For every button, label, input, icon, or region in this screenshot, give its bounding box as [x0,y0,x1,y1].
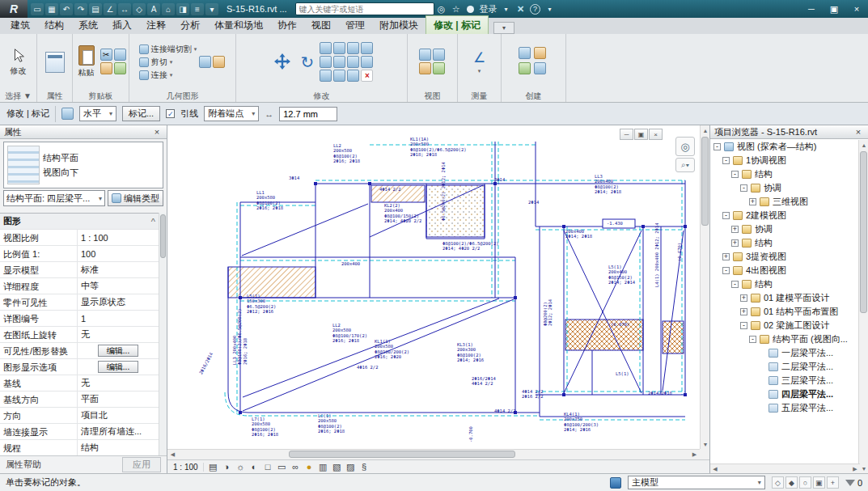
property-value[interactable]: 平面 [78,392,159,407]
cope-icon[interactable] [199,56,211,68]
split-icon[interactable] [320,56,332,68]
scroll-down-icon[interactable]: ▼ [859,463,868,473]
mirror-icon[interactable] [347,42,359,54]
tree-item[interactable]: 一层梁平法... [710,346,860,360]
property-value[interactable]: 1 : 100 [78,230,159,245]
geometry-panel-label[interactable]: 几何图形 [129,90,235,102]
aligned-dimension-icon[interactable]: ↔ [118,3,131,15]
clipboard-panel-label[interactable]: 剪贴板 [73,90,129,102]
ribbon-tab[interactable]: 协作 [270,16,304,34]
override-graphics-icon[interactable] [419,62,431,74]
tree-expander[interactable]: - [722,212,730,219]
geometry-item[interactable]: 连接▾ [139,70,197,81]
save-icon[interactable]: ▦ [45,3,58,15]
scrollbar-thumb[interactable] [160,214,166,258]
tree-expander[interactable]: + [749,198,756,205]
align-icon[interactable] [320,42,332,54]
property-row[interactable]: 详细程度中等 [0,278,159,294]
close-icon[interactable]: × [853,127,864,137]
paint-icon[interactable] [347,70,359,82]
tree-expander[interactable]: - [731,281,739,288]
linework-icon[interactable] [433,62,445,74]
drawing-vertical-scrollbar[interactable]: ▲ ▼ [700,125,709,449]
tree-item[interactable]: -2建模视图 [710,209,860,222]
login-button[interactable]: 登录 [480,3,498,15]
geometry-item[interactable]: 连接端切割▾ [139,44,197,55]
tree-item[interactable]: -协调 [710,181,860,195]
open-icon[interactable]: ▭ [31,3,44,15]
search-icon[interactable]: ◎ [434,2,449,15]
property-value[interactable]: 清理所有墙连... [78,424,159,439]
sign-in-avatar-icon[interactable] [464,2,478,15]
scale-control[interactable]: 1 : 100 [171,463,204,472]
selection-filter[interactable]: 0 [845,478,862,488]
default-3d-view-icon[interactable]: ⌂ [162,3,175,15]
property-row[interactable]: 墙连接显示清理所有墙连... [0,424,159,440]
visual-style-icon[interactable]: ◑ [221,461,233,473]
tree-expander[interactable]: - [740,322,747,329]
measure-panel-label[interactable]: 测量 [458,90,501,102]
favorites-star-icon[interactable]: ☆ [449,2,464,15]
property-value[interactable]: 1 [78,311,159,326]
ribbon-tab[interactable]: 管理 [338,16,372,34]
tree-item[interactable]: 五层梁平法... [710,401,860,415]
ribbon-tab[interactable]: 分析 [173,16,207,34]
property-row[interactable]: 图形显示选项编辑... [0,359,159,375]
tree-expander[interactable]: - [713,143,721,150]
tree-item[interactable]: +01 结构平面布置图 [710,305,860,319]
ribbon-tab[interactable]: 体量和场地 [207,16,270,34]
array-icon[interactable] [333,56,345,68]
unpin-icon[interactable] [333,70,345,82]
property-value[interactable]: 显示原状态 [78,294,159,310]
browser-horizontal-scrollbar[interactable]: ◀ ▶ [710,463,860,473]
modify-button[interactable]: 修改 [7,46,30,78]
tree-expander[interactable]: + [731,239,739,247]
type-selector[interactable]: 结构平面 视图向下 [3,142,163,188]
edit-button[interactable]: 编辑... [98,361,138,373]
tree-expander[interactable]: - [740,184,747,192]
property-value[interactable]: 编辑... [78,343,159,358]
collapse-icon[interactable]: ^ [151,217,155,226]
tree-item[interactable]: -1协调视图 [710,154,860,167]
drawing-canvas[interactable]: LL2 200x580 Φ8@100(2) 2Φ16; 2Φ18KL1(1A) … [167,125,700,449]
steering-wheel-icon[interactable]: ◎ [675,137,695,156]
print-icon[interactable]: ▤ [89,3,102,15]
tree-expander[interactable]: + [740,294,747,302]
section-icon[interactable]: ◨ [176,3,189,15]
scale-icon[interactable] [361,56,373,68]
property-value[interactable]: 编辑... [78,359,159,375]
exchange-apps-icon[interactable]: ✕ [514,2,528,15]
leader-checkbox[interactable]: ✓ [166,109,175,118]
help-icon[interactable]: ? [528,2,543,15]
tree-expander[interactable]: + [740,308,747,315]
copy-icon[interactable] [347,56,359,68]
apply-button[interactable]: 应用 [122,457,161,472]
properties-palette-button[interactable] [42,50,68,74]
trim-icon[interactable] [361,42,373,54]
ribbon-tab[interactable]: 系统 [71,16,105,34]
property-row[interactable]: 详图编号1 [0,311,159,327]
tag-by-category-icon[interactable]: ◇ [133,3,146,15]
property-value[interactable]: 项目北 [78,408,159,423]
view-close-icon[interactable]: × [649,129,663,140]
delete-icon[interactable]: × [361,70,373,82]
ribbon-tab[interactable]: 注释 [139,16,173,34]
restore-button[interactable]: ▣ [823,1,845,17]
tree-item[interactable]: -02 梁施工图设计 [710,319,860,332]
tags-button[interactable]: 标记... [122,106,160,121]
properties-header[interactable]: 属性 × [0,125,167,139]
analytical-model-icon[interactable]: ▨ [345,461,357,473]
drawing-horizontal-scrollbar[interactable]: ◀ ▶ [167,449,700,459]
tree-item[interactable]: +结构 [710,236,860,250]
create-similar-icon[interactable] [534,62,546,74]
visibility-graphics-icon[interactable] [419,49,431,61]
measure-button[interactable]: ∠ ▾ [470,48,489,76]
tree-expander[interactable]: - [731,171,739,178]
property-row[interactable]: 可见性/图形替换编辑... [0,343,159,359]
crop-view-icon[interactable]: □ [262,461,274,473]
view-minimize-icon[interactable]: ─ [620,129,633,140]
wall-joins-icon[interactable] [213,56,225,68]
temporary-view-icon[interactable]: ▧ [331,461,343,473]
ribbon-tab[interactable]: 插入 [105,16,139,34]
property-row[interactable]: 显示模型标准 [0,262,159,278]
